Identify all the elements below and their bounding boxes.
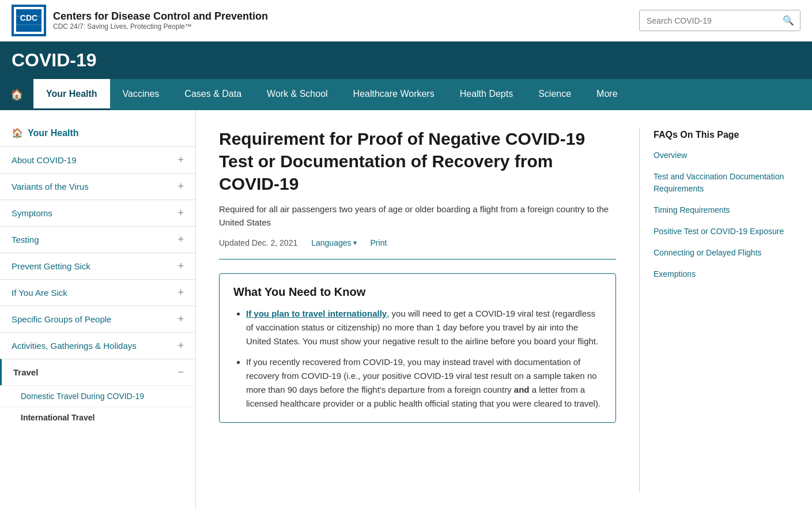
faq-link-test-vaccination[interactable]: Test and Vaccination Documentation Requi…	[654, 171, 789, 195]
info-box-list: If you plan to travel internationally, y…	[233, 307, 602, 411]
main-content: Requirement for Proof of Negative COVID-…	[196, 110, 812, 510]
faq-link-connecting-flights[interactable]: Connecting or Delayed Flights	[654, 247, 789, 259]
sidebar-sub-item-international-travel[interactable]: International Travel	[0, 407, 195, 428]
expand-icon: +	[177, 287, 184, 299]
article-updated: Updated Dec. 2, 2021	[219, 238, 297, 247]
nav-item-your-health[interactable]: Your Health	[33, 79, 110, 110]
sidebar-item-symptoms[interactable]: Symptoms +	[0, 200, 195, 226]
expand-icon: +	[177, 207, 184, 219]
expand-icon: +	[177, 340, 184, 352]
home-icon: 🏠	[10, 88, 23, 101]
org-tagline: CDC 24/7: Saving Lives, Protecting Peopl…	[53, 22, 268, 31]
nav-item-healthcare-workers[interactable]: Healthcare Workers	[341, 79, 447, 110]
search-button[interactable]: 🔍	[777, 10, 800, 31]
sidebar-item-variants[interactable]: Variants of the Virus +	[0, 173, 195, 200]
info-box-title: What You Need to Know	[233, 285, 602, 299]
site-header: CDC Centers for Disease Control and Prev…	[0, 0, 812, 42]
expand-icon: +	[177, 154, 184, 166]
languages-dropdown[interactable]: Languages	[311, 238, 356, 247]
sidebar-item-about-covid[interactable]: About COVID-19 +	[0, 146, 195, 173]
sidebar: 🏠 Your Health About COVID-19 + Variants …	[0, 110, 196, 510]
sidebar-home-icon: 🏠	[12, 127, 23, 138]
logo-text: Centers for Disease Control and Preventi…	[53, 10, 268, 31]
sidebar-item-if-you-sick[interactable]: If You Are Sick +	[0, 279, 195, 306]
bullet1-bold: If you plan to travel internationally	[246, 309, 387, 318]
faq-link-timing[interactable]: Timing Requirements	[654, 204, 789, 216]
search-icon: 🔍	[783, 16, 794, 25]
nav-home-button[interactable]: 🏠	[0, 79, 33, 110]
svg-text:CDC: CDC	[20, 13, 37, 22]
sidebar-item-testing[interactable]: Testing +	[0, 226, 195, 253]
nav-item-vaccines[interactable]: Vaccines	[110, 79, 172, 110]
info-box: What You Need to Know If you plan to tra…	[219, 273, 616, 423]
org-name: Centers for Disease Control and Preventi…	[53, 10, 268, 22]
expand-icon: +	[177, 260, 184, 272]
sidebar-item-activities[interactable]: Activities, Gatherings & Holidays +	[0, 332, 195, 359]
expand-icon: +	[177, 234, 184, 246]
sidebar-item-prevent-sick[interactable]: Prevent Getting Sick +	[0, 253, 195, 279]
nav-item-health-depts[interactable]: Health Depts	[447, 79, 526, 110]
faq-title: FAQs On This Page	[654, 127, 789, 140]
article-title: Requirement for Proof of Negative COVID-…	[219, 127, 616, 195]
nav-item-science[interactable]: Science	[526, 79, 584, 110]
main-nav: 🏠 Your Health Vaccines Cases & Data Work…	[0, 79, 812, 110]
cdc-logo: CDC	[12, 5, 46, 36]
sidebar-item-specific-groups[interactable]: Specific Groups of People +	[0, 306, 195, 332]
right-panel: FAQs On This Page Overview Test and Vacc…	[639, 127, 789, 493]
search-input[interactable]	[640, 12, 777, 30]
sidebar-title: 🏠 Your Health	[0, 122, 195, 146]
article-subtitle: Required for all air passengers two year…	[219, 203, 616, 229]
article-meta: Updated Dec. 2, 2021 Languages Print	[219, 238, 616, 247]
nav-item-work-school[interactable]: Work & School	[254, 79, 341, 110]
covid-banner-title: COVID-19	[12, 50, 800, 71]
nav-item-cases-data[interactable]: Cases & Data	[172, 79, 254, 110]
faq-link-overview[interactable]: Overview	[654, 149, 789, 161]
search-area: 🔍	[639, 10, 800, 31]
sidebar-item-travel[interactable]: Travel −	[0, 359, 195, 385]
bullet2-bold: and	[514, 385, 530, 394]
page-layout: 🏠 Your Health About COVID-19 + Variants …	[0, 110, 812, 510]
expand-icon: +	[177, 313, 184, 325]
info-box-item-1: If you plan to travel internationally, y…	[246, 307, 602, 348]
sidebar-sub-item-domestic-travel[interactable]: Domestic Travel During COVID-19	[0, 385, 195, 407]
print-link[interactable]: Print	[371, 238, 387, 247]
logo-area: CDC Centers for Disease Control and Prev…	[12, 5, 268, 36]
faq-link-exemptions[interactable]: Exemptions	[654, 268, 789, 280]
info-box-item-2: If you recently recovered from COVID-19,…	[246, 355, 602, 411]
article-divider	[219, 259, 616, 260]
article-area: Requirement for Proof of Negative COVID-…	[219, 127, 616, 493]
nav-item-more[interactable]: More	[584, 79, 630, 110]
collapse-icon: −	[177, 366, 184, 378]
expand-icon: +	[177, 181, 184, 193]
faq-link-positive-test[interactable]: Positive Test or COVID-19 Exposure	[654, 225, 789, 238]
covid-banner: COVID-19	[0, 42, 812, 79]
